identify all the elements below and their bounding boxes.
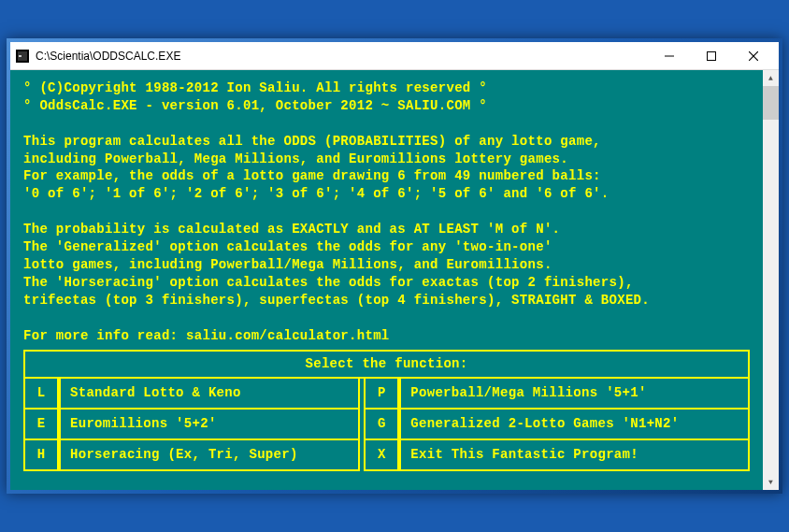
console-line: The 'Horseracing' option calculates the … [23, 274, 750, 292]
console-line: This program calculates all the ODDS (PR… [23, 133, 750, 151]
menu-label-horseracing[interactable]: Horseracing (Ex, Tri, Super) [59, 440, 360, 471]
console-line: ° OddsCalc.EXE - version 6.01, October 2… [23, 97, 750, 115]
console-line: lotto games, including Powerball/Mega Mi… [23, 256, 750, 274]
function-menu: Select the function: L Standard Lotto & … [23, 350, 750, 471]
console-line [23, 115, 750, 133]
console-line: ° (C)Copyright 1988-2012 Ion Saliu. All … [23, 79, 750, 97]
scroll-track[interactable] [763, 120, 779, 474]
menu-label-exit[interactable]: Exit This Fantastic Program! [399, 440, 750, 471]
close-button[interactable] [732, 42, 774, 69]
console-line: For more info read: saliu.com/calculator… [23, 327, 750, 345]
console-line: '0 of 6'; '1 of 6'; '2 of 6'; '3 of 6'; … [23, 185, 750, 203]
menu-label-generalized[interactable]: Generalized 2-Lotto Games 'N1+N2' [399, 410, 750, 440]
scroll-thumb[interactable] [763, 86, 779, 120]
menu-key-x[interactable]: X [364, 440, 399, 471]
menu-label-euromillions[interactable]: Euromillions '5+2' [59, 410, 360, 440]
titlebar[interactable]: C:\Scientia\ODDSCALC.EXE [10, 42, 779, 70]
console-line: including Powerball, Mega Millions, and … [23, 151, 750, 168]
window-controls [648, 42, 774, 69]
menu-key-l[interactable]: L [23, 379, 59, 410]
menu-key-g[interactable]: G [364, 410, 399, 440]
vertical-scrollbar[interactable]: ▲ ▼ [763, 70, 779, 490]
console-line: The probability is calculated as EXACTLY… [23, 221, 750, 238]
scroll-down-arrow-icon[interactable]: ▼ [763, 474, 779, 490]
console-line: For example, the odds of a lotto game dr… [23, 167, 750, 185]
console-line: The 'Generalized' option calculates the … [23, 238, 750, 256]
menu-key-e[interactable]: E [23, 410, 59, 440]
window-frame: C:\Scientia\ODDSCALC.EXE ° (C)Copyright … [7, 38, 782, 494]
console-line [23, 309, 750, 327]
console-line [23, 203, 750, 221]
menu-label-lotto[interactable]: Standard Lotto & Keno [59, 379, 360, 410]
menu-key-h[interactable]: H [23, 440, 59, 471]
svg-rect-4 [707, 51, 715, 60]
menu-label-powerball[interactable]: Powerball/Mega Millions '5+1' [399, 379, 750, 410]
console-output: ° (C)Copyright 1988-2012 Ion Saliu. All … [10, 70, 763, 490]
console-area: ° (C)Copyright 1988-2012 Ion Saliu. All … [10, 70, 779, 490]
svg-rect-2 [19, 55, 22, 57]
menu-key-p[interactable]: P [364, 379, 399, 410]
scroll-up-arrow-icon[interactable]: ▲ [763, 70, 779, 86]
titlebar-path: C:\Scientia\ODDSCALC.EXE [36, 50, 648, 63]
app-icon [15, 49, 30, 64]
maximize-button[interactable] [690, 42, 732, 69]
console-line: trifectas (top 3 finishers), superfectas… [23, 292, 750, 309]
menu-title: Select the function: [23, 350, 750, 379]
minimize-button[interactable] [648, 42, 690, 69]
